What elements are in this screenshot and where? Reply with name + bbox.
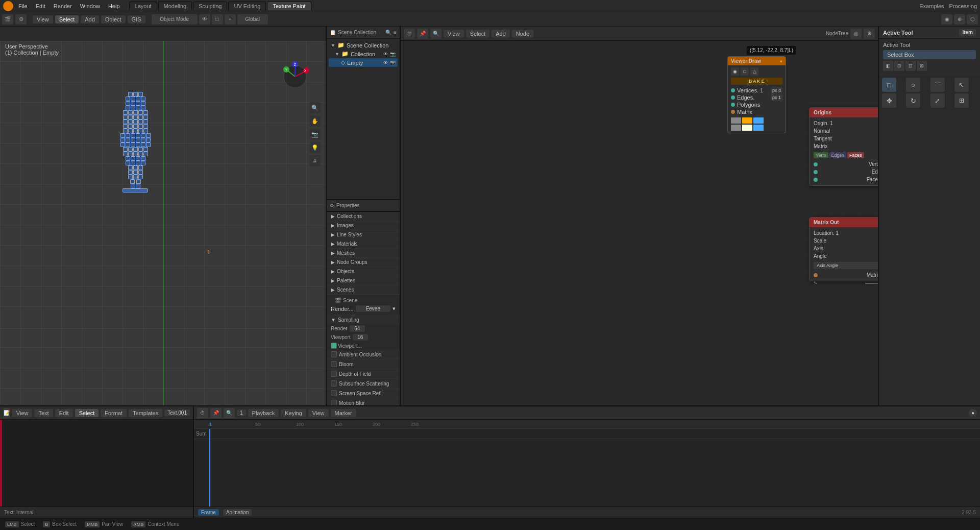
select-type-btn[interactable]: □: [212, 14, 223, 25]
scale-icon[interactable]: ⤢: [930, 93, 945, 108]
images-header[interactable]: ▶ Images: [327, 221, 400, 230]
menu-file[interactable]: File: [15, 2, 31, 10]
line-styles-header[interactable]: ▶ Line Styles: [327, 230, 400, 239]
select-circle-icon[interactable]: ○: [906, 78, 920, 92]
node-groups-header[interactable]: ▶ Node Groups: [327, 258, 400, 267]
axes-widget[interactable]: X Y Z: [280, 61, 310, 92]
effect-check-4[interactable]: [331, 390, 337, 396]
menu-render[interactable]: Render: [51, 2, 75, 10]
overlay-btn[interactable]: ◉: [941, 14, 952, 25]
menu-view-viewport[interactable]: View: [33, 15, 53, 23]
vd-matrix-socket[interactable]: [731, 110, 735, 114]
viewer-draw-node[interactable]: Viewer Draw ● ◉ □ △ B A K E: [727, 56, 786, 133]
empty-visibility[interactable]: 👁: [383, 60, 388, 65]
color-swatch-1[interactable]: [731, 117, 741, 124]
tl-record-btn[interactable]: ●: [969, 409, 977, 417]
camera-btn[interactable]: 📷: [309, 129, 321, 140]
zoom-out-btn[interactable]: 🔍: [309, 102, 321, 113]
color-swatch-3[interactable]: [753, 117, 764, 124]
grid-btn[interactable]: #: [309, 155, 321, 166]
menu-window[interactable]: Window: [77, 2, 103, 10]
timeline-search-btn[interactable]: 🔍: [224, 408, 235, 418]
effect-header-2[interactable]: Depth of Field: [327, 369, 400, 378]
node-view-btn[interactable]: View: [444, 30, 464, 38]
faces-tab[interactable]: Faces: [847, 152, 864, 158]
palettes-header[interactable]: ▶ Palettes: [327, 276, 400, 285]
vd-vertices-socket[interactable]: [731, 88, 735, 92]
color-swatch-5[interactable]: [742, 125, 752, 131]
node-pin-btn[interactable]: 📌: [417, 29, 428, 39]
materials-header[interactable]: ▶ Materials: [327, 239, 400, 248]
effect-check-5[interactable]: [331, 400, 337, 405]
pan-btn[interactable]: ✋: [309, 115, 321, 127]
select-lasso-icon[interactable]: ⌒: [930, 78, 945, 92]
scenes-header[interactable]: ▶ Scenes: [327, 285, 400, 294]
vd-icon1[interactable]: ◉: [731, 67, 739, 76]
node-node-btn[interactable]: Node: [512, 30, 533, 38]
object-mode-btn[interactable]: Object Mode: [152, 14, 198, 25]
menu-add-viewport[interactable]: Add: [81, 15, 99, 23]
collections-header[interactable]: ▶ Collections: [327, 212, 400, 221]
text-editor-type-btn[interactable]: 📝: [3, 408, 10, 418]
timeline-pin-btn[interactable]: 📌: [210, 408, 222, 418]
node-canvas[interactable]: Origins ⊡ Origin. 1 Normal Ta: [401, 41, 878, 405]
text-edit-btn[interactable]: Edit: [55, 409, 73, 417]
tl-marker-btn[interactable]: Marker: [331, 409, 356, 417]
sampling-header[interactable]: ▼ Sampling: [327, 316, 400, 324]
effect-header-3[interactable]: Subsurface Scattering: [327, 379, 400, 388]
menu-object-viewport[interactable]: Object: [101, 15, 126, 23]
tl-playback-btn[interactable]: Playback: [248, 409, 279, 417]
light-btn[interactable]: 💡: [309, 142, 321, 153]
editor-options-btn[interactable]: ⚙: [15, 14, 27, 25]
node-select-btn[interactable]: Select: [466, 30, 490, 38]
effect-check-0[interactable]: [331, 351, 337, 357]
node-editor-type[interactable]: ⊡: [404, 29, 415, 39]
vd-vertices-px[interactable]: px 4: [771, 87, 782, 93]
vd-icon2[interactable]: □: [741, 67, 749, 76]
bake-btn[interactable]: B A K E: [731, 78, 782, 85]
workspace-layout[interactable]: Layout: [129, 2, 157, 10]
render-samples-val[interactable]: 64: [350, 325, 365, 332]
menu-edit[interactable]: Edit: [33, 2, 48, 10]
menu-help[interactable]: Help: [105, 2, 123, 10]
tl-view-btn[interactable]: View: [308, 409, 329, 417]
objects-header[interactable]: ▶ Objects: [327, 267, 400, 276]
tool-icon-3[interactable]: ⊟: [905, 61, 916, 71]
add-btn[interactable]: +: [225, 14, 236, 25]
node-add-btn[interactable]: Add: [492, 30, 510, 38]
effect-header-1[interactable]: Bloom: [327, 359, 400, 369]
shading-btn[interactable]: ⬡: [967, 14, 978, 25]
rotate-icon[interactable]: ↻: [906, 93, 920, 108]
vd-edges-socket[interactable]: [731, 95, 735, 100]
effect-header-0[interactable]: Ambient Occlusion: [327, 350, 400, 359]
tool-icon-1[interactable]: ◧: [883, 61, 893, 71]
timeline-content[interactable]: Sum: [194, 429, 980, 507]
empty-render[interactable]: 📷: [390, 60, 396, 65]
text-select-btn[interactable]: Select: [75, 409, 99, 417]
origins-node[interactable]: Origins ⊡ Origin. 1 Normal Ta: [809, 107, 878, 186]
vd-icon3[interactable]: △: [750, 67, 758, 76]
viewport-samples-val[interactable]: 16: [353, 334, 368, 341]
origins-edges-in-socket[interactable]: [814, 170, 818, 174]
node-search-btn[interactable]: 🔍: [430, 29, 442, 39]
view-btn[interactable]: 👁: [199, 14, 210, 25]
viewport-3d[interactable]: + User Perspective (1) Collection | Empt…: [0, 41, 326, 405]
matrix-dropdown[interactable]: Axis Angle: [814, 262, 878, 269]
global-btn[interactable]: Global: [237, 14, 268, 25]
color-swatch-4[interactable]: [731, 125, 741, 131]
select-box-icon[interactable]: □: [882, 78, 896, 92]
visibility-icon[interactable]: 👁: [383, 52, 388, 57]
text-text-btn[interactable]: Text: [34, 409, 53, 417]
color-swatch-2[interactable]: [742, 117, 752, 124]
effect-check-2[interactable]: [331, 371, 337, 377]
text-view-btn[interactable]: View: [12, 409, 33, 417]
color-swatch-6[interactable]: [753, 125, 764, 131]
text-file-select[interactable]: Text.001: [164, 409, 190, 416]
outliner-collection[interactable]: ▼ 📁 Collection 👁 📷: [329, 50, 398, 58]
workspace-sculpting[interactable]: Sculpting: [193, 2, 227, 10]
verts-tab[interactable]: Verts: [814, 152, 828, 158]
matrix-in-socket[interactable]: [814, 273, 818, 277]
outliner-search-icon[interactable]: 🔍: [385, 30, 391, 35]
cursor-icon[interactable]: ↖: [954, 78, 969, 92]
frame-tab[interactable]: Frame: [198, 509, 219, 516]
